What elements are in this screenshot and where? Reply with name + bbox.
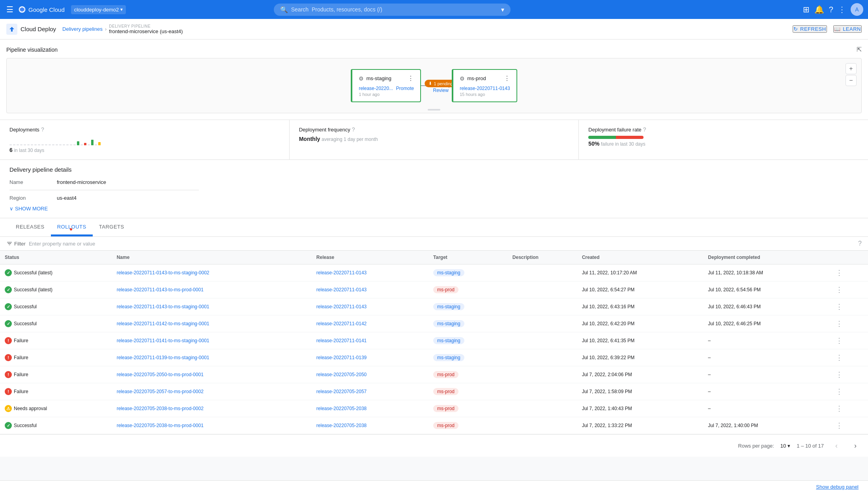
hamburger-menu-icon[interactable]: ☰ bbox=[5, 3, 15, 16]
pipeline-viz-title: Pipeline visualization bbox=[6, 47, 58, 53]
cell-row-menu[interactable]: ⋮ bbox=[829, 366, 868, 383]
breadcrumb-parent-link[interactable]: Delivery pipelines bbox=[62, 26, 103, 32]
node-staging-menu-icon[interactable]: ⋮ bbox=[408, 75, 414, 82]
collapse-icon[interactable]: ⇱ bbox=[857, 46, 862, 53]
cell-completed: Jul 11, 2022, 10:18:38 AM bbox=[703, 264, 830, 281]
help-icon[interactable]: ? bbox=[829, 5, 833, 14]
cell-row-menu[interactable]: ⋮ bbox=[829, 417, 868, 434]
delivery-pipeline-details: Delivery pipeline details Name frontend-… bbox=[0, 160, 868, 218]
google-cloud-logo: Google Cloud bbox=[18, 6, 65, 13]
row-menu-icon[interactable]: ⋮ bbox=[834, 403, 844, 414]
cell-created: Jul 7, 2022, 1:40:43 PM bbox=[577, 400, 703, 417]
search-icon: 🔍 bbox=[280, 6, 288, 13]
cell-status: ⚠ Needs approval bbox=[0, 400, 112, 417]
filter-input[interactable] bbox=[29, 241, 855, 247]
cell-release: release-20220705-2050 bbox=[312, 366, 428, 383]
tab-rollouts[interactable]: ROLLOUTS bbox=[51, 218, 93, 236]
tabs-row: RELEASES ROLLOUTS TARGETS bbox=[0, 218, 868, 237]
row-menu-icon[interactable]: ⋮ bbox=[834, 301, 844, 312]
rows-per-page-selector[interactable]: 10 ▾ bbox=[780, 443, 790, 449]
zoom-in-button[interactable]: + bbox=[846, 63, 857, 74]
cell-name: release-20220705-2038-to-ms-prod-0001 bbox=[112, 417, 312, 434]
cell-description bbox=[508, 366, 577, 383]
cell-created: Jul 7, 2022, 2:04:06 PM bbox=[577, 366, 703, 383]
row-menu-icon[interactable]: ⋮ bbox=[834, 267, 844, 278]
node-staging-release[interactable]: release-20220... bbox=[359, 86, 393, 91]
deployments-help-icon[interactable]: ? bbox=[41, 126, 44, 133]
table-row: ✓ Successful release-20220711-0143-to-ms… bbox=[0, 298, 868, 315]
cell-description bbox=[508, 264, 577, 281]
row-menu-icon[interactable]: ⋮ bbox=[834, 369, 844, 380]
pipeline-nodes: ⚙ ms-staging ⋮ release-20220... Promote … bbox=[351, 69, 517, 102]
table-row: ✓ Successful release-20220705-2038-to-ms… bbox=[0, 417, 868, 434]
cell-row-menu[interactable]: ⋮ bbox=[829, 298, 868, 315]
cell-status: ! Failure bbox=[0, 366, 112, 383]
cell-row-menu[interactable]: ⋮ bbox=[829, 281, 868, 298]
learn-button[interactable]: 📖 LEARN bbox=[833, 25, 862, 33]
col-target: Target bbox=[428, 251, 508, 264]
cell-created: Jul 7, 2022, 1:58:09 PM bbox=[577, 383, 703, 400]
apps-grid-icon[interactable]: ⊞ bbox=[803, 5, 810, 14]
cell-row-menu[interactable]: ⋮ bbox=[829, 332, 868, 349]
show-more-button[interactable]: ∨ SHOW MORE bbox=[9, 206, 859, 212]
zoom-out-button[interactable]: − bbox=[846, 75, 857, 86]
status-text: Successful bbox=[14, 423, 37, 428]
failure-rate-metric: Deployment failure rate ? 50% failure in… bbox=[579, 120, 868, 159]
search-expand-icon[interactable]: ▾ bbox=[501, 6, 504, 13]
tab-targets[interactable]: TARGETS bbox=[93, 218, 131, 236]
more-vert-icon[interactable]: ⋮ bbox=[838, 5, 846, 14]
cloud-deploy-logo: Cloud Deploy bbox=[6, 24, 56, 35]
promote-link[interactable]: Promote bbox=[396, 86, 414, 91]
notifications-icon[interactable]: 🔔 bbox=[814, 5, 824, 14]
cell-description bbox=[508, 417, 577, 434]
search-input[interactable] bbox=[291, 6, 498, 13]
avatar[interactable]: A bbox=[851, 3, 863, 16]
cell-name: release-20220711-0142-to-ms-staging-0001 bbox=[112, 315, 312, 332]
previous-page-button[interactable]: ‹ bbox=[830, 439, 843, 452]
cell-status: ✓ Successful (latest) bbox=[0, 264, 112, 281]
node-prod-menu-icon[interactable]: ⋮ bbox=[504, 75, 510, 82]
row-menu-icon[interactable]: ⋮ bbox=[834, 318, 844, 329]
active-tab-indicator bbox=[51, 234, 93, 236]
project-selector[interactable]: clouddeploy-demo2 ▾ bbox=[71, 5, 126, 14]
deployments-chart bbox=[9, 136, 280, 145]
cell-status: ✓ Successful (latest) bbox=[0, 281, 112, 298]
review-link[interactable]: Review bbox=[433, 88, 448, 93]
row-menu-icon[interactable]: ⋮ bbox=[834, 420, 844, 431]
pipeline-node-staging: ⚙ ms-staging ⋮ release-20220... Promote … bbox=[351, 69, 421, 102]
cell-completed: – bbox=[703, 400, 830, 417]
table-row: ✓ Successful (latest) release-20220711-0… bbox=[0, 264, 868, 281]
cell-target: ms-staging bbox=[428, 349, 508, 366]
refresh-button[interactable]: ↻ REFRESH bbox=[793, 25, 827, 33]
detail-row-region: Region us-east4 bbox=[9, 193, 859, 202]
row-menu-icon[interactable]: ⋮ bbox=[834, 386, 844, 397]
cell-row-menu[interactable]: ⋮ bbox=[829, 383, 868, 400]
col-description: Description bbox=[508, 251, 577, 264]
cell-row-menu[interactable]: ⋮ bbox=[829, 349, 868, 366]
cell-row-menu[interactable]: ⋮ bbox=[829, 264, 868, 281]
node-prod-release[interactable]: release-20220711-0143 bbox=[460, 86, 510, 91]
pagination-row: Rows per page: 10 ▾ 1 – 10 of 17 ‹ › bbox=[0, 434, 868, 457]
pipeline-arrow: ⬇ 1 pending Review bbox=[421, 75, 452, 96]
cell-completed: Jul 10, 2022, 6:46:25 PM bbox=[703, 315, 830, 332]
drag-handle[interactable] bbox=[428, 109, 440, 111]
frequency-help-icon[interactable]: ? bbox=[352, 126, 355, 133]
breadcrumb-separator: › bbox=[105, 26, 107, 32]
cell-status: ✓ Successful bbox=[0, 417, 112, 434]
rows-per-page-label: Rows per page: bbox=[738, 443, 774, 449]
cell-target: ms-staging bbox=[428, 315, 508, 332]
next-page-button[interactable]: › bbox=[849, 439, 862, 452]
cell-release: release-20220711-0142 bbox=[312, 315, 428, 332]
row-menu-icon[interactable]: ⋮ bbox=[834, 335, 844, 346]
row-menu-icon[interactable]: ⋮ bbox=[834, 352, 844, 363]
status-text: Successful bbox=[14, 321, 37, 326]
cell-target: ms-prod bbox=[428, 383, 508, 400]
filter-help-icon[interactable]: ? bbox=[858, 240, 862, 247]
cell-row-menu[interactable]: ⋮ bbox=[829, 315, 868, 332]
failure-rate-help-icon[interactable]: ? bbox=[643, 126, 646, 133]
search-bar: 🔍 ▾ bbox=[274, 4, 511, 16]
row-menu-icon[interactable]: ⋮ bbox=[834, 284, 844, 295]
tab-releases[interactable]: RELEASES bbox=[9, 218, 51, 236]
cell-row-menu[interactable]: ⋮ bbox=[829, 400, 868, 417]
col-actions bbox=[829, 251, 868, 264]
